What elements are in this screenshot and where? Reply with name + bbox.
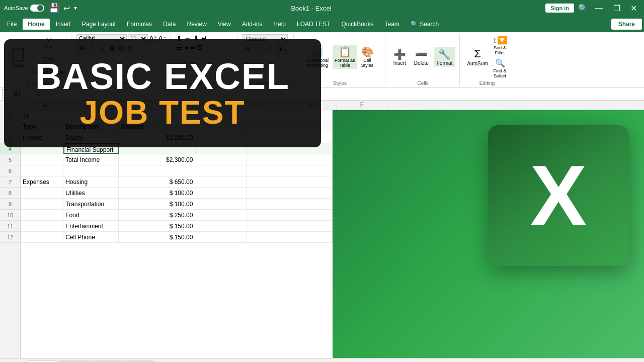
cell-a7[interactable]: Expenses [21,176,63,187]
cell-e3[interactable] [247,132,289,143]
row-num-5[interactable]: 5 [0,154,20,165]
cell-c11[interactable]: $ 150.00 [119,221,195,231]
cell-d10[interactable] [195,210,247,220]
format-as-table-button[interactable]: 📋 Format asTable [333,45,357,69]
col-header-c[interactable]: C [136,101,226,110]
decrease-font-button[interactable]: A⁻ [158,34,166,42]
increase-font-button[interactable]: A⁺ [149,34,157,42]
close-button[interactable]: ✕ [627,3,640,14]
cell-c9[interactable]: $ 100.00 [119,199,195,209]
cell-e8[interactable] [247,188,289,198]
conditional-formatting-button[interactable]: 📊 ConditionalFormatting [304,45,331,69]
tab-team[interactable]: Team [380,19,405,30]
row-num-3[interactable]: 3 [0,132,20,143]
align-left-button[interactable]: ☰ [176,43,183,51]
merge-center-button[interactable]: ⊡ [197,43,203,51]
tab-load-test[interactable]: LOAD TEST [292,19,335,30]
font-size-select[interactable]: 11 [128,34,148,42]
tab-view[interactable]: View [213,19,236,30]
cell-f5[interactable] [289,154,332,165]
col-header-f[interactable]: F [337,101,387,110]
cell-b4[interactable]: Financial Support [63,143,119,154]
align-right-button[interactable]: ≡ [191,43,195,51]
tab-data[interactable]: Data [158,19,181,30]
cell-d5[interactable] [195,154,247,165]
cell-e2[interactable] [247,121,289,132]
font-family-select[interactable]: Calibri [76,34,127,42]
cell-d12[interactable] [195,232,247,242]
cell-a10[interactable] [21,210,63,220]
increase-decimal-button[interactable]: .0 [262,44,272,54]
row-num-9[interactable]: 9 [0,199,20,210]
cell-e5[interactable] [247,154,289,165]
copy-button[interactable]: 📄 Copy [31,51,67,63]
add-sheet-button[interactable]: ＋ [154,360,169,362]
cell-d6[interactable] [195,165,247,176]
row-num-4[interactable]: 4 [0,143,20,154]
cell-e7[interactable] [247,176,289,187]
quick-access-save[interactable]: 💾 [48,3,59,14]
tab-review[interactable]: Review [182,19,211,30]
quick-access-undo[interactable]: ↩ [63,4,70,13]
cell-d9[interactable] [195,199,247,209]
col-header-b[interactable]: B [70,101,136,110]
cell-b3[interactable]: Salary [63,132,119,143]
autosave-toggle[interactable] [30,5,44,12]
col-header-e[interactable]: E [287,101,337,110]
number-format-select[interactable]: General Number Currency Accounting Short… [243,34,288,43]
cell-c3[interactable]: $1,200.00 [119,132,195,143]
cell-b5[interactable]: Total Income [63,154,119,165]
tab-quickbooks[interactable]: QuickBooks [336,19,378,30]
cell-styles-button[interactable]: 🎨 CellStyles [359,45,376,69]
format-button[interactable]: 🔧 Format [434,47,456,67]
sign-in-button[interactable]: Sign in [545,4,574,13]
col-header-a[interactable]: A [20,101,70,110]
cell-b11[interactable]: Entertainment [63,221,119,231]
cell-a6[interactable] [21,165,63,176]
cell-c4[interactable] [119,143,196,154]
delete-button[interactable]: ➖ Delete [411,47,432,67]
cell-e10[interactable] [247,210,289,220]
align-bottom-button[interactable]: ⬇ [193,34,199,42]
bold-button[interactable]: B [76,43,87,53]
cell-d3[interactable] [195,132,247,143]
cell-e4[interactable] [247,143,289,154]
cell-f4[interactable] [289,143,332,154]
cell-f8[interactable] [289,188,332,198]
autosum-button[interactable]: Σ AutoSum [465,46,490,67]
row-num-8[interactable]: 8 [0,188,20,199]
insert-button[interactable]: ➕ Insert [390,47,409,67]
row-num-1[interactable]: 1 [0,110,20,121]
cell-a4[interactable] [21,143,63,154]
cell-c5[interactable]: $2,300.00 [119,154,195,165]
cell-a12[interactable] [21,232,63,242]
cell-d4[interactable] [196,143,247,154]
fill-color-button[interactable]: 🎨 [117,44,126,52]
cell-c8[interactable]: $ 100.00 [119,188,195,198]
cell-b12[interactable]: Cell Phone [63,232,119,242]
sort-filter-button[interactable]: ↕🔽 Sort &Filter [491,34,509,56]
cell-b6[interactable] [63,165,119,176]
tab-search[interactable]: 🔍 Search [406,19,444,30]
cell-e11[interactable] [247,221,289,231]
cell-b1[interactable] [63,110,119,121]
cell-e9[interactable] [247,199,289,209]
cell-f11[interactable] [289,221,332,231]
cell-a11[interactable] [21,221,63,231]
cell-b2[interactable]: Description [63,121,119,132]
cell-c7[interactable]: $ 650.00 [119,176,195,187]
align-center-button[interactable]: ≡ [185,43,189,51]
cell-d7[interactable] [195,176,247,187]
cell-f3[interactable] [289,132,332,143]
tab-insert[interactable]: Insert [51,19,76,30]
tab-page-layout[interactable]: Page Layout [77,19,121,30]
tab-home[interactable]: Home [23,19,49,30]
percent-button[interactable]: % [243,44,253,54]
comma-button[interactable]: , [254,44,260,54]
cell-f1[interactable] [289,110,332,121]
cell-f6[interactable] [289,165,332,176]
wrap-text-button[interactable]: ↵ [201,34,207,42]
cell-e1[interactable] [247,110,289,121]
restore-button[interactable]: ❐ [610,3,623,14]
cell-b10[interactable]: Food [63,210,119,220]
